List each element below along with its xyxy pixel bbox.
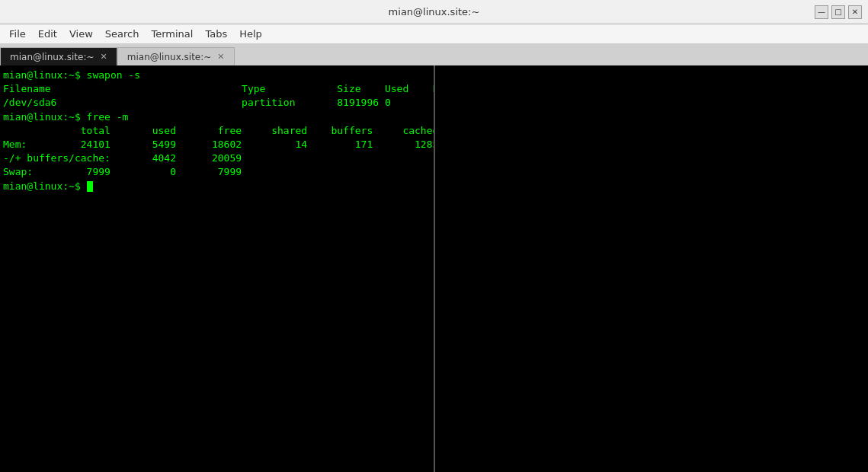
tab-1[interactable]: mian@linux.site:~ ✕ [117, 47, 235, 65]
terminal-pane-left[interactable]: mian@linux:~$ swapon -s Filename Type Si… [0, 65, 435, 472]
tab-0-label: mian@linux.site:~ [10, 52, 94, 62]
terminal-line-2: /dev/sda6 partition 8191996 0 -1 [3, 97, 435, 108]
terminal-content-right [435, 65, 869, 72]
terminal-pane-right[interactable] [435, 65, 869, 472]
menu-view[interactable]: View [63, 27, 99, 41]
terminal-line-4: total used free shared buffers cached [3, 125, 435, 136]
close-button[interactable]: ✕ [848, 5, 862, 19]
tab-1-label: mian@linux.site:~ [127, 52, 212, 62]
terminal-prompt: mian@linux:~$ [3, 180, 87, 192]
minimize-button[interactable]: — [815, 5, 828, 19]
tab-1-close[interactable]: ✕ [217, 52, 224, 62]
terminal-line-7: Swap: 7999 0 7999 [3, 166, 242, 177]
terminal-content-left: mian@linux:~$ swapon -s Filename Type Si… [0, 65, 434, 196]
terminal-area: mian@linux:~$ swapon -s Filename Type Si… [0, 65, 868, 472]
title-bar: mian@linux.site:~ — □ ✕ [0, 0, 868, 24]
terminal-line-0: mian@linux:~$ swapon -s [3, 69, 140, 81]
terminal-line-3: mian@linux:~$ free -m [3, 111, 128, 123]
terminal-line-5: Mem: 24101 5499 18602 14 171 1285 [3, 139, 435, 150]
terminal-window: mian@linux.site:~ — □ ✕ File Edit View S… [0, 0, 868, 472]
menu-bar: File Edit View Search Terminal Tabs Help [0, 24, 868, 44]
menu-file[interactable]: File [3, 27, 32, 41]
window-title: mian@linux.site:~ [389, 6, 480, 18]
maximize-button[interactable]: □ [831, 5, 845, 19]
menu-tabs[interactable]: Tabs [199, 27, 233, 41]
terminal-line-6: -/+ buffers/cache: 4042 20059 [3, 152, 242, 164]
menu-help[interactable]: Help [233, 27, 268, 41]
tab-0[interactable]: mian@linux.site:~ ✕ [0, 47, 117, 65]
window-controls: — □ ✕ [815, 5, 862, 19]
menu-terminal[interactable]: Terminal [145, 27, 199, 41]
menu-edit[interactable]: Edit [32, 27, 63, 41]
tab-bar: mian@linux.site:~ ✕ mian@linux.site:~ ✕ [0, 44, 868, 65]
tab-0-close[interactable]: ✕ [101, 52, 107, 62]
menu-search[interactable]: Search [99, 27, 146, 41]
terminal-line-1: Filename Type Size Used Priority [3, 83, 435, 94]
terminal-cursor [87, 181, 93, 192]
